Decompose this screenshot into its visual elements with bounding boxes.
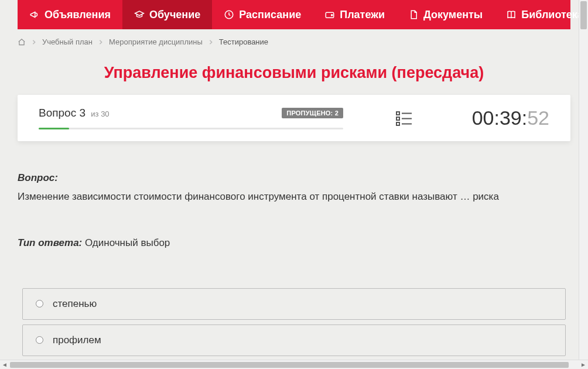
home-icon[interactable]: [18, 38, 26, 46]
scroll-left-arrow-icon[interactable]: ◄: [0, 360, 9, 370]
nav-label: Документы: [423, 9, 483, 21]
nav-announcements[interactable]: Объявления: [18, 0, 122, 29]
question-number-total: из 30: [91, 110, 109, 118]
question-number: Вопрос 3 из 30: [39, 107, 110, 119]
megaphone-icon: [29, 9, 40, 20]
svg-rect-7: [396, 122, 399, 125]
timer: 00:39:52: [472, 107, 549, 129]
nav-payments[interactable]: Платежи: [313, 0, 396, 29]
question-body: Вопрос: Изменение зависимости стоимости …: [18, 141, 570, 251]
timer-seconds: 52: [527, 107, 549, 129]
answer-option-text: профилем: [53, 334, 101, 346]
vertical-scrollbar[interactable]: [579, 0, 588, 360]
radio-icon[interactable]: [36, 300, 43, 308]
page-title: Управление финансовыми рисками (пересдач…: [18, 54, 570, 95]
horizontal-scrollbar[interactable]: ◄ ►: [0, 360, 588, 369]
chevron-right-icon: [32, 40, 36, 45]
clock-icon: [224, 9, 234, 20]
book-icon: [506, 9, 517, 20]
nav-label: Объявления: [45, 9, 111, 21]
scrollbar-thumb[interactable]: [580, 1, 587, 29]
skipped-badge: ПРОПУЩЕНО: 2: [282, 108, 343, 118]
nav-documents[interactable]: Документы: [396, 0, 494, 29]
breadcrumb-item[interactable]: Мероприятие дисциплины: [109, 37, 203, 46]
nav-label: Обучение: [149, 9, 200, 21]
graduation-cap-icon: [134, 9, 145, 20]
answer-type-label: Тип ответа:: [18, 237, 82, 248]
answer-option[interactable]: профилем: [22, 324, 566, 356]
nav-schedule[interactable]: Расписание: [212, 0, 313, 29]
question-number-current: Вопрос 3: [39, 107, 86, 119]
nav-label: Расписание: [239, 9, 301, 21]
timer-main: 00:39:: [472, 107, 528, 129]
answer-option[interactable]: степенью: [22, 288, 566, 320]
chevron-right-icon: [208, 40, 213, 45]
answer-options: степенью профилем вероятностью: [18, 288, 570, 360]
breadcrumb-item-current: Тестирование: [219, 37, 268, 46]
nav-library[interactable]: Библиотека: [494, 0, 588, 29]
answer-type-value: Одиночный выбор: [85, 237, 170, 248]
scrollbar-thumb[interactable]: [10, 362, 569, 368]
question-list-icon[interactable]: [396, 110, 412, 127]
progress-bar-fill: [39, 128, 69, 129]
question-text: Изменение зависимости стоимости финансов…: [18, 189, 570, 204]
nav-label: Платежи: [340, 9, 385, 21]
svg-point-2: [331, 15, 333, 16]
answer-option-text: степенью: [53, 298, 97, 310]
breadcrumb-item[interactable]: Учебный план: [42, 37, 93, 46]
question-label: Вопрос:: [18, 172, 58, 183]
document-icon: [408, 9, 419, 20]
svg-rect-3: [396, 112, 399, 115]
nav-education[interactable]: Обучение: [122, 0, 212, 29]
scroll-right-arrow-icon[interactable]: ►: [579, 360, 588, 370]
nav-label: Библиотека: [521, 9, 583, 21]
svg-rect-5: [396, 117, 399, 120]
chevron-right-icon: [98, 40, 103, 45]
question-header-panel: Вопрос 3 из 30 ПРОПУЩЕНО: 2: [18, 95, 570, 141]
progress-bar: [39, 128, 343, 129]
wallet-icon: [324, 9, 335, 20]
radio-icon[interactable]: [36, 336, 43, 344]
main-navbar: Объявления Обучение Расписание Платежи: [18, 0, 570, 29]
breadcrumb: Учебный план Мероприятие дисциплины Тест…: [18, 29, 570, 54]
scrollbar-track[interactable]: [9, 361, 579, 368]
